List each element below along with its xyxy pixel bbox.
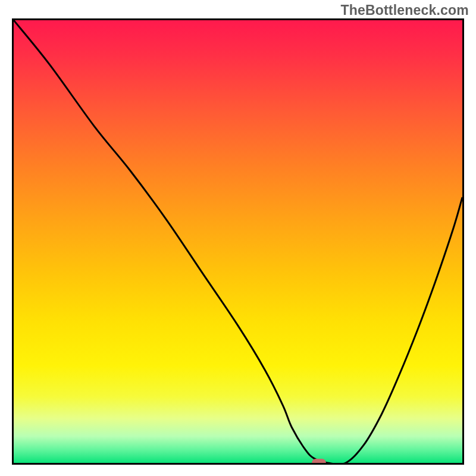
optimal-marker (312, 459, 326, 465)
chart-frame (12, 18, 464, 465)
chart-container: TheBottleneck.com (0, 0, 476, 476)
watermark-text: TheBottleneck.com (340, 2, 469, 18)
curve-path (14, 20, 462, 463)
bottleneck-curve (14, 20, 462, 463)
